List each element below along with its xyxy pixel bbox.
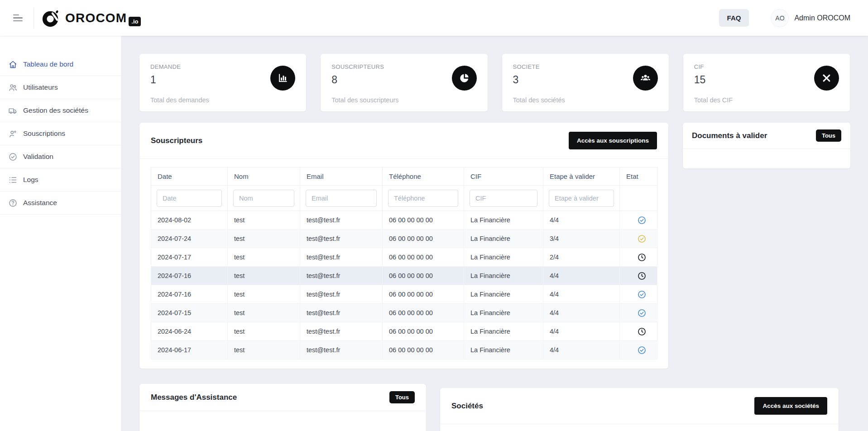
cell-etape: 4/4 xyxy=(543,304,620,322)
user-name[interactable]: Admin OROCOM xyxy=(794,14,850,22)
assistance-messages-card: Messages d'Assistance Tous xyxy=(139,384,426,431)
souscripteurs-card-header: Souscripteurs Accès aux souscriptions xyxy=(139,123,668,159)
cell-date: 2024-06-17 xyxy=(151,341,228,359)
table-row[interactable]: 2024-08-02testtest@test.fr06 00 00 00 00… xyxy=(151,211,657,230)
cell-telephone: 06 00 00 00 00 xyxy=(383,341,464,359)
pie-chart-icon xyxy=(452,66,477,91)
filter-input-telephone[interactable] xyxy=(388,190,458,207)
sidebar-item-gestion-des-societes[interactable]: Gestion des sociétés xyxy=(0,99,121,122)
column-header-date: Date xyxy=(151,168,228,186)
sidebar-item-tableau-de-bord[interactable]: Tableau de bord xyxy=(0,53,121,76)
stat-caption: Total des sociétés xyxy=(513,96,565,104)
cell-nom: test xyxy=(228,304,300,322)
societes-table-wrap: Nom de la xyxy=(440,424,839,431)
filter-input-nom[interactable] xyxy=(233,190,294,207)
sidebar-item-utilisateurs[interactable]: Utilisateurs xyxy=(0,76,121,99)
cell-telephone: 06 00 00 00 00 xyxy=(383,267,464,285)
filter-input-etape-a-valider[interactable] xyxy=(549,190,614,207)
filter-input-email[interactable] xyxy=(306,190,377,207)
filter-cell-email xyxy=(300,186,383,211)
cell-cif: La Financière xyxy=(464,267,543,285)
cell-telephone: 06 00 00 00 00 xyxy=(383,248,464,267)
cell-date: 2024-07-16 xyxy=(151,267,228,285)
assistance-title: Messages d'Assistance xyxy=(151,393,237,402)
mid-row: Souscripteurs Accès aux souscriptions Da… xyxy=(139,123,850,369)
sidebar-item-souscriptions[interactable]: Souscriptions xyxy=(0,122,121,145)
filter-cell-etape-a-valider xyxy=(543,186,620,211)
column-header-etat: Etat xyxy=(620,168,657,186)
orocom-logo-icon xyxy=(41,8,61,28)
table-filter-row xyxy=(151,186,657,211)
cell-nom: test xyxy=(228,211,300,230)
cell-email: test@test.fr xyxy=(300,230,383,248)
sidebar-item-label: Logs xyxy=(23,176,38,184)
sidebar: Tableau de bordUtilisateursGestion des s… xyxy=(0,36,122,431)
user-plus-icon xyxy=(8,129,18,139)
sidebar-item-label: Tableau de bord xyxy=(23,60,73,68)
cell-email: test@test.fr xyxy=(300,341,383,359)
acces-souscriptions-button[interactable]: Accès aux souscriptions xyxy=(569,132,657,149)
assistance-empty-area xyxy=(139,411,426,431)
cell-cif: La Financière xyxy=(464,285,543,304)
cell-date: 2024-07-24 xyxy=(151,230,228,248)
sidebar-item-validation[interactable]: Validation xyxy=(0,145,121,168)
acces-societes-button[interactable]: Accès aux sociétés xyxy=(754,397,827,415)
stat-caption: Total des souscripteurs xyxy=(331,96,398,104)
dashboard-page: OROCOM .io FAQ AO Admin OROCOM Tableau d… xyxy=(0,0,868,431)
sidebar-item-label: Utilisateurs xyxy=(23,83,58,91)
table-row[interactable]: 2024-07-16testtest@test.fr06 00 00 00 00… xyxy=(151,285,657,304)
sidebar-item-assistance[interactable]: Assistance xyxy=(0,192,121,215)
assistance-tous-button[interactable]: Tous xyxy=(389,391,415,403)
cell-telephone: 06 00 00 00 00 xyxy=(383,211,464,230)
societes-card: Sociétés Accès aux sociétés Nom de la xyxy=(440,388,839,431)
documents-card-header: Documents à valider Tous xyxy=(683,123,850,149)
documents-tous-button[interactable]: Tous xyxy=(816,129,841,142)
users-icon xyxy=(8,83,18,92)
status-done-icon xyxy=(637,308,647,318)
filter-input-date[interactable] xyxy=(157,190,222,207)
cell-etat xyxy=(620,322,657,341)
filter-cell-date xyxy=(151,186,228,211)
cell-cif: La Financière xyxy=(464,341,543,359)
societes-title: Sociétés xyxy=(451,402,483,411)
stat-card-souscripteurs: SOUSCRIPTEURS8Total des souscripteurs xyxy=(321,54,487,111)
bottom-row: Messages d'Assistance Tous Sociétés Accè… xyxy=(139,384,850,431)
table-row[interactable]: 2024-06-24testtest@test.fr06 00 00 00 00… xyxy=(151,322,657,341)
table-row[interactable]: 2024-07-16testtest@test.fr06 00 00 00 00… xyxy=(151,267,657,285)
circle-check-icon xyxy=(8,152,18,162)
cell-telephone: 06 00 00 00 00 xyxy=(383,285,464,304)
cell-email: test@test.fr xyxy=(300,322,383,341)
cell-etat xyxy=(620,248,657,267)
cell-etat xyxy=(620,341,657,359)
cell-telephone: 06 00 00 00 00 xyxy=(383,304,464,322)
cell-email: test@test.fr xyxy=(300,285,383,304)
table-row[interactable]: 2024-07-24testtest@test.fr06 00 00 00 00… xyxy=(151,230,657,248)
sidebar-item-label: Souscriptions xyxy=(23,129,65,138)
main-content: DEMANDE1Total des demandesSOUSCRIPTEURS8… xyxy=(122,36,868,431)
status-waiting-icon xyxy=(637,253,647,262)
home-icon xyxy=(8,60,18,69)
topbar: OROCOM .io FAQ AO Admin OROCOM xyxy=(0,0,868,36)
avatar[interactable]: AO xyxy=(771,9,789,27)
cell-etat xyxy=(620,267,657,285)
table-row[interactable]: 2024-06-17testtest@test.fr06 00 00 00 00… xyxy=(151,341,657,359)
column-header-email: Email xyxy=(300,168,383,186)
cell-cif: La Financière xyxy=(464,248,543,267)
status-in-progress-icon xyxy=(637,234,647,244)
truck-icon xyxy=(8,106,18,115)
cell-date: 2024-06-24 xyxy=(151,322,228,341)
bar-chart-icon xyxy=(270,66,295,91)
status-done-icon xyxy=(637,290,647,299)
filter-cell-cif xyxy=(464,186,543,211)
table-row[interactable]: 2024-07-15testtest@test.fr06 00 00 00 00… xyxy=(151,304,657,322)
documents-title: Documents à valider xyxy=(692,131,767,140)
sidebar-item-logs[interactable]: Logs xyxy=(0,168,121,192)
cell-etape: 4/4 xyxy=(543,285,620,304)
filter-input-cif[interactable] xyxy=(470,190,537,207)
menu-toggle-button[interactable] xyxy=(10,11,27,25)
cell-date: 2024-07-17 xyxy=(151,248,228,267)
table-row[interactable]: 2024-07-17testtest@test.fr06 00 00 00 00… xyxy=(151,248,657,267)
brand-logo[interactable]: OROCOM .io xyxy=(41,8,141,28)
stat-caption: Total des CIF xyxy=(694,96,733,104)
faq-button[interactable]: FAQ xyxy=(719,9,749,27)
